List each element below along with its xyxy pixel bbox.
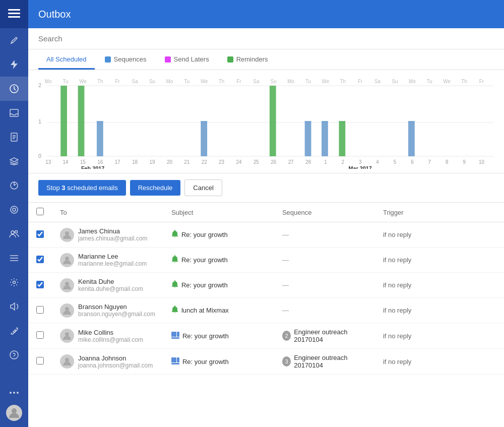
contact-email: branson.nguyen@gmail.com — [78, 311, 155, 318]
reminder-icon — [171, 306, 178, 315]
svg-text:Sa: Sa — [253, 79, 259, 84]
row-checkbox[interactable] — [36, 306, 44, 314]
svg-text:Tu: Tu — [427, 79, 432, 84]
svg-text:17: 17 — [115, 159, 120, 165]
svg-text:Th: Th — [340, 79, 346, 84]
stop-button[interactable]: Stop 3 scheduled emails — [38, 180, 126, 196]
svg-point-11 — [13, 281, 16, 284]
action-bar: Stop 3 scheduled emails Reschedule Cance… — [28, 173, 504, 203]
svg-text:Mar 2017: Mar 2017 — [349, 165, 372, 169]
svg-point-8 — [13, 208, 16, 211]
svg-text:We: We — [322, 79, 330, 84]
svg-rect-2 — [8, 16, 20, 18]
svg-rect-80 — [97, 121, 103, 156]
table-header-row: To Subject Sequence Trigger — [28, 203, 504, 222]
header: Outbox — [28, 0, 504, 28]
contact-name: Joanna Johnson — [78, 354, 153, 362]
tab-sequences[interactable]: Sequences — [97, 49, 155, 70]
people-icon[interactable] — [0, 222, 28, 246]
table-row: James Chinua james.chinua@gmail.com Re: … — [28, 222, 504, 248]
svg-text:Th: Th — [97, 79, 103, 84]
tabs-bar: All Scheduled Sequences Send Laters Remi… — [28, 49, 504, 70]
main-content: Outbox All Scheduled Sequences Send Late… — [28, 0, 504, 427]
svg-text:7: 7 — [428, 159, 431, 165]
svg-text:Fr: Fr — [479, 79, 484, 84]
svg-text:25: 25 — [254, 159, 259, 165]
tab-send-laters[interactable]: Send Laters — [157, 49, 217, 70]
trigger-text: if no reply — [383, 358, 411, 365]
reschedule-button[interactable]: Reschedule — [130, 180, 181, 196]
contact-email: james.chinua@gmail.com — [78, 235, 148, 242]
tab-all-scheduled-label: All Scheduled — [46, 55, 87, 63]
document-icon[interactable] — [0, 125, 28, 149]
svg-rect-86 — [408, 121, 415, 156]
search-input[interactable] — [38, 34, 494, 43]
subject-cell: Re: your growth — [171, 332, 266, 340]
svg-text:Th: Th — [461, 79, 467, 84]
row-checkbox[interactable] — [36, 256, 44, 263]
svg-rect-97 — [177, 357, 179, 362]
page-title: Outbox — [38, 9, 71, 20]
svg-point-12 — [10, 351, 18, 359]
row-checkbox[interactable] — [36, 281, 44, 288]
avatar — [60, 329, 74, 343]
avatar — [60, 303, 74, 318]
contact-email: kenita.duhe@gmail.com — [78, 285, 143, 292]
subject-cell: Re: your growth — [171, 255, 266, 265]
svg-text:We: We — [443, 79, 451, 84]
row-checkbox[interactable] — [36, 331, 44, 339]
subject-text: Re: your growth — [182, 358, 229, 365]
user-avatar[interactable] — [6, 405, 22, 421]
svg-text:26: 26 — [271, 159, 276, 165]
svg-rect-78 — [60, 86, 67, 156]
table-row: Marianne Lee marianne.lee@gmail.com Re: … — [28, 248, 504, 273]
contact-name: Marianne Lee — [78, 253, 147, 260]
contact-name: Branson Nguyen — [78, 303, 155, 311]
sequence-cell: 3Engineer outreach 20170104 — [282, 354, 367, 369]
svg-text:Tu: Tu — [184, 79, 190, 84]
svg-text:4: 4 — [376, 159, 379, 165]
svg-point-13 — [14, 357, 15, 358]
table-row: Kenita Duhe kenita.duhe@gmail.com Re: yo… — [28, 273, 504, 298]
svg-text:Mo: Mo — [166, 79, 173, 84]
svg-text:Fr: Fr — [236, 79, 241, 84]
row-checkbox[interactable] — [36, 357, 44, 364]
sequence-dash: — — [282, 256, 289, 264]
list-icon[interactable] — [0, 246, 28, 270]
svg-text:24: 24 — [236, 159, 241, 165]
svg-text:20: 20 — [167, 159, 172, 165]
svg-text:28: 28 — [305, 159, 311, 165]
svg-point-9 — [11, 231, 14, 234]
clock-icon[interactable] — [0, 77, 28, 101]
megaphone-icon[interactable] — [0, 294, 28, 319]
sequence-dash: — — [282, 307, 289, 314]
tab-reminders[interactable]: Reminders — [219, 49, 276, 70]
svg-point-15 — [13, 392, 15, 394]
layers-icon[interactable] — [0, 149, 28, 173]
svg-text:0: 0 — [38, 153, 41, 159]
inbox-icon[interactable] — [0, 101, 28, 125]
contact-cell: Marianne Lee marianne.lee@gmail.com — [60, 253, 155, 267]
more-icon[interactable] — [0, 381, 28, 405]
link-icon[interactable] — [0, 319, 28, 343]
chart-icon[interactable] — [0, 173, 28, 198]
subject-text: Re: your growth — [181, 256, 228, 264]
tab-all-scheduled[interactable]: All Scheduled — [38, 49, 95, 70]
help-icon[interactable] — [0, 343, 28, 367]
sequence-cell: — — [282, 307, 367, 314]
subject-text: lunch at Mixmax — [181, 307, 229, 314]
compose-icon[interactable] — [0, 28, 28, 52]
cancel-button[interactable]: Cancel — [184, 179, 222, 196]
row-checkbox[interactable] — [36, 230, 44, 238]
sequence-dash: — — [282, 231, 289, 238]
subject-text: Re: your growth — [181, 281, 228, 289]
app-logo[interactable] — [0, 0, 28, 28]
sequences-dot — [105, 56, 111, 63]
svg-point-14 — [10, 392, 12, 394]
circle-icon[interactable] — [0, 198, 28, 222]
settings-icon[interactable] — [0, 270, 28, 294]
svg-point-95 — [65, 358, 69, 362]
svg-text:21: 21 — [184, 159, 190, 165]
select-all-checkbox[interactable] — [36, 208, 44, 215]
lightning-icon[interactable] — [0, 52, 28, 77]
